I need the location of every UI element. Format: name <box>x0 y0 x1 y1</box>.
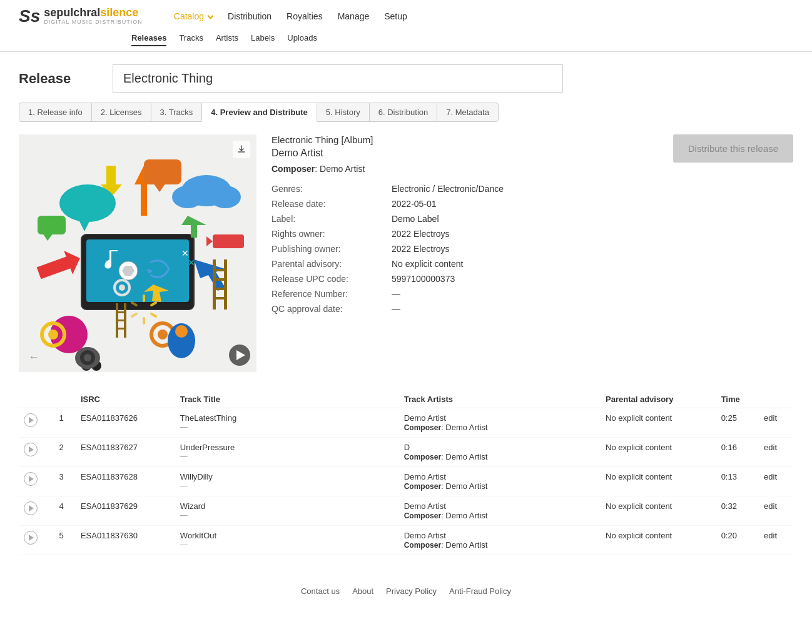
field-value-rights: 2022 Electroys <box>392 229 658 239</box>
th-time: Time <box>716 391 759 408</box>
track-composer-4: Demo Artist <box>445 540 487 550</box>
track-play-tri-0 <box>29 417 34 423</box>
track-spacer-1 <box>274 438 399 467</box>
download-icon[interactable] <box>233 141 250 158</box>
svg-rect-34 <box>116 319 126 321</box>
tab-preview-distribute[interactable]: 4. Preview and Distribute <box>201 103 317 122</box>
track-num-2: 3 <box>54 467 75 496</box>
track-edit-link-0[interactable]: edit <box>764 413 777 423</box>
track-edit-link-4[interactable]: edit <box>764 531 777 540</box>
nav-sub-labels[interactable]: Labels <box>251 33 275 46</box>
track-composer-2: Demo Artist <box>445 481 487 491</box>
track-edit-link-1[interactable]: edit <box>764 443 777 452</box>
track-play-btn-4[interactable] <box>24 531 38 545</box>
table-row: 2 ESA011837627 UnderPressure — D Compose… <box>19 438 793 467</box>
track-artist-4: Demo Artist <box>404 531 533 540</box>
svg-text:✕: ✕ <box>181 248 189 258</box>
nav-sub-uploads[interactable]: Uploads <box>287 33 317 46</box>
field-label-qc: QC approval date: <box>272 304 384 314</box>
svg-rect-28 <box>213 278 227 281</box>
nav-catalog[interactable]: Catalog <box>174 11 213 21</box>
nav-sub-tracks[interactable]: Tracks <box>179 33 203 46</box>
field-label-rights: Rights owner: <box>272 229 384 239</box>
footer-privacy[interactable]: Privacy Policy <box>386 586 437 596</box>
track-artist-1: D <box>404 443 533 452</box>
track-play-tri-1 <box>29 446 34 453</box>
tab-metadata[interactable]: 7. Metadata <box>437 103 499 122</box>
field-label-genres: Genres: <box>272 184 384 194</box>
release-album-title: Electronic Thing [Album] <box>272 134 658 145</box>
track-composer-line-4: Composer: Demo Artist <box>404 540 533 550</box>
track-play-cell <box>19 438 54 467</box>
track-advisory-2: No explicit content <box>601 467 716 496</box>
field-value-qc: — <box>392 304 658 314</box>
track-edit-link-3[interactable]: edit <box>764 501 777 511</box>
svg-rect-12 <box>144 159 181 184</box>
back-icon[interactable]: ← <box>25 348 43 366</box>
play-button[interactable] <box>229 345 250 366</box>
nav-distribution[interactable]: Distribution <box>228 11 272 21</box>
track-play-cell <box>19 408 54 438</box>
tab-release-info[interactable]: 1. Release info <box>19 103 92 122</box>
track-num-3: 4 <box>54 496 75 526</box>
track-title-cell-2: WillyDilly — <box>175 467 274 496</box>
track-num-4: 5 <box>54 526 75 555</box>
track-artists-cell-1: D Composer: Demo Artist <box>399 438 538 467</box>
field-value-genres: Electronic / Electronic/Dance <box>392 184 658 194</box>
tab-tracks[interactable]: 3. Tracks <box>151 103 203 122</box>
field-label-label: Label: <box>272 214 384 224</box>
track-play-btn-2[interactable] <box>24 472 38 486</box>
track-spacer2-2 <box>538 467 601 496</box>
nav-sub-releases[interactable]: Releases <box>131 33 166 46</box>
field-label-parental: Parental advisory: <box>272 259 384 269</box>
release-artist: Demo Artist <box>272 148 658 159</box>
track-play-tri-4 <box>29 535 34 541</box>
release-composer-line: Composer: Demo Artist <box>272 164 658 174</box>
track-title-cell-3: Wizard — <box>175 496 274 526</box>
page-title: Release <box>19 71 94 87</box>
track-composer-label-4: Composer <box>404 541 441 550</box>
release-fields: Genres: Electronic / Electronic/Dance Re… <box>272 184 658 314</box>
footer-contact[interactable]: Contact us <box>301 586 340 596</box>
track-edit-cell-0: edit <box>759 408 793 438</box>
svg-rect-40 <box>111 250 118 251</box>
field-value-label: Demo Label <box>392 214 658 224</box>
tab-distribution[interactable]: 6. Distribution <box>369 103 437 122</box>
field-label-publishing: Publishing owner: <box>272 244 384 254</box>
nav-royalties[interactable]: Royalties <box>287 11 323 21</box>
release-body: ✕ ✕ <box>19 122 793 372</box>
album-art: ✕ ✕ <box>19 134 256 372</box>
svg-point-22 <box>48 330 58 340</box>
nav-sub-artists[interactable]: Artists <box>216 33 238 46</box>
track-artists-cell-2: Demo Artist Composer: Demo Artist <box>399 467 538 496</box>
field-value-publishing: 2022 Electroys <box>392 244 658 254</box>
track-title-1: UnderPressure <box>180 443 269 452</box>
logo-sepulchral: sepulchral <box>44 6 100 19</box>
tab-licenses[interactable]: 2. Licenses <box>91 103 151 122</box>
play-triangle <box>236 350 245 360</box>
track-advisory-3: No explicit content <box>601 496 716 526</box>
footer-about[interactable]: About <box>352 586 373 596</box>
track-play-btn-1[interactable] <box>24 443 38 456</box>
tab-history[interactable]: 5. History <box>317 103 370 122</box>
nav-setup[interactable]: Setup <box>384 11 407 21</box>
track-edit-cell-2: edit <box>759 467 793 496</box>
nav-manage[interactable]: Manage <box>338 11 370 21</box>
track-composer-line-3: Composer: Demo Artist <box>404 511 533 520</box>
distribute-button[interactable]: Distribute this release <box>673 134 793 163</box>
track-play-btn-3[interactable] <box>24 501 38 515</box>
track-play-btn-0[interactable] <box>24 413 38 427</box>
composer-label: Composer <box>272 164 315 174</box>
track-edit-cell-4: edit <box>759 526 793 555</box>
nav-main: Catalog Distribution Royalties Manage Se… <box>174 11 407 21</box>
composer-value: Demo Artist <box>320 164 365 174</box>
svg-rect-17 <box>38 216 66 234</box>
track-title-cell-0: TheLatestThing — <box>175 408 274 438</box>
release-info: Electronic Thing [Album] Demo Artist Com… <box>272 134 658 314</box>
track-spacer-3 <box>274 496 399 526</box>
track-dash-3: — <box>180 511 269 520</box>
track-edit-link-2[interactable]: edit <box>764 472 777 481</box>
track-composer-label-0: Composer <box>404 423 441 432</box>
track-artists-cell-3: Demo Artist Composer: Demo Artist <box>399 496 538 526</box>
footer-antifraud[interactable]: Anti-Fraud Policy <box>449 586 511 596</box>
